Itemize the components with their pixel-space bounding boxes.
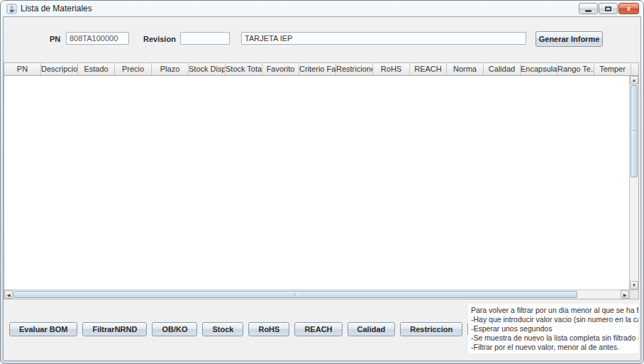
column-header-favorito[interactable]: Favorito xyxy=(262,63,299,76)
pn-label: PN xyxy=(50,35,60,43)
column-header-norma[interactable]: Norma xyxy=(447,63,484,76)
column-header-plazo[interactable]: Plazo xyxy=(152,63,189,76)
column-header-stock-total[interactable]: Stock Total xyxy=(226,63,262,76)
help-text: Para volver a filtrar por un dia menor a… xyxy=(468,304,638,353)
scroll-right-button[interactable]: ▶ xyxy=(621,290,629,299)
vertical-scrollbar[interactable]: ▲ ▼ xyxy=(629,76,638,289)
scrollbar-corner xyxy=(629,289,638,299)
help-line: -Esperar unos segundos xyxy=(471,324,635,333)
maximize-icon xyxy=(605,6,611,11)
rohs-button[interactable]: RoHS xyxy=(248,322,289,336)
column-header-descripcion[interactable]: Descripcion xyxy=(41,63,78,76)
pn-input[interactable] xyxy=(66,32,129,45)
column-header-temper[interactable]: Temper xyxy=(594,63,631,76)
java-icon xyxy=(6,4,17,14)
column-header-encapsulado[interactable]: Encapsulado xyxy=(521,63,557,76)
table-body[interactable] xyxy=(4,76,629,289)
window-title: Lista de Materiales xyxy=(21,4,92,13)
help-line: -Filtrar por el nuevo valor, menor al de… xyxy=(471,343,635,352)
description-input[interactable] xyxy=(241,32,526,45)
revision-label: Revision xyxy=(143,35,176,43)
filtrarnrnd-button[interactable]: FiltrarNRND xyxy=(82,322,147,336)
up-arrow-icon: ▲ xyxy=(632,78,636,82)
maximize-button[interactable] xyxy=(599,3,618,14)
revision-input[interactable] xyxy=(180,32,230,45)
titlebar[interactable]: Lista de Materiales x xyxy=(1,1,643,16)
column-header-calidad[interactable]: Calidad xyxy=(484,63,521,76)
horizontal-scrollbar[interactable]: ◀ ▶ xyxy=(4,289,629,299)
scroll-left-button[interactable]: ◀ xyxy=(4,290,13,299)
down-arrow-icon: ▼ xyxy=(632,283,636,287)
scroll-down-button[interactable]: ▼ xyxy=(630,281,638,289)
scroll-up-button[interactable]: ▲ xyxy=(630,76,638,84)
column-header-pn[interactable]: PN xyxy=(4,63,41,76)
close-button[interactable]: x xyxy=(618,3,639,14)
table-header-row: PNDescripcionEstadoPrecioPlazoStock Disp… xyxy=(4,63,638,76)
content-panel: PN Revision Generar Informe PNDescripcio… xyxy=(3,16,641,361)
calidad-button[interactable]: Calidad xyxy=(348,322,396,336)
minimize-icon xyxy=(585,10,592,12)
minimize-button[interactable] xyxy=(579,3,598,14)
column-header-criterio-fav[interactable]: Criterio Fav... xyxy=(299,63,336,76)
restriccion-button[interactable]: Restriccion xyxy=(400,322,462,336)
column-header-estado[interactable]: Estado xyxy=(78,63,115,76)
materials-table: PNDescripcionEstadoPrecioPlazoStock Disp… xyxy=(4,62,639,299)
stock-button[interactable]: Stock xyxy=(202,322,243,336)
evaluar-bom-button[interactable]: Evaluar BOM xyxy=(9,322,77,336)
reach-button[interactable]: REACH xyxy=(294,322,342,336)
column-header-rango-te[interactable]: Rango Te... xyxy=(557,63,594,76)
column-header-reach[interactable]: REACH xyxy=(410,63,447,76)
right-arrow-icon: ▶ xyxy=(623,292,627,297)
help-line: Para volver a filtrar por un dia menor a… xyxy=(471,306,635,315)
column-header-rohs[interactable]: RoHS xyxy=(373,63,410,76)
left-arrow-icon: ◀ xyxy=(7,292,11,297)
window: Lista de Materiales x PN Revision Genera… xyxy=(0,0,644,364)
column-header-restricione[interactable]: Restricione... xyxy=(336,63,373,76)
ob-ko-button[interactable]: OB/KO xyxy=(152,322,197,336)
generar-informe-button[interactable]: Generar Informe xyxy=(535,31,603,47)
help-line: -Hay que introducir valor vacio (sin num… xyxy=(471,315,635,324)
horizontal-scrollbar-thumb[interactable] xyxy=(13,291,577,298)
help-line: -Se muestra de nuevo la lista completa s… xyxy=(471,333,635,343)
vertical-scrollbar-thumb[interactable] xyxy=(631,85,638,177)
column-header-precio[interactable]: Precio xyxy=(115,63,152,76)
column-header-stock-disp[interactable]: Stock Disp... xyxy=(189,63,226,76)
close-icon: x xyxy=(627,5,631,12)
